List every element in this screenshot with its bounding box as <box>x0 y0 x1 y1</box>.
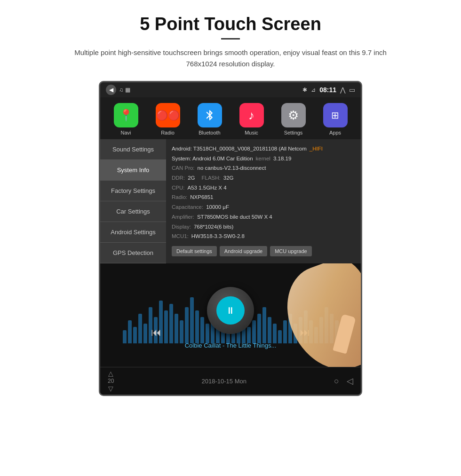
info-buttons: Default settings Android upgrade MCU upg… <box>172 246 355 256</box>
page-subtitle: Multiple point high-sensitive touchscree… <box>66 47 395 70</box>
app-radio[interactable]: 🔴🔴 Radio <box>151 103 184 135</box>
volume-control: △ 20 ▽ <box>108 370 114 392</box>
settings-label: Settings <box>284 130 303 135</box>
system-back-button[interactable]: ◁ <box>347 376 353 386</box>
ddr-label: DDR: <box>172 173 185 183</box>
navi-label: Navi <box>120 130 131 135</box>
apps-label: Apps <box>329 130 341 135</box>
back-button[interactable]: ◀ <box>106 85 116 95</box>
sidebar-item-gps-detection[interactable]: GPS Detection <box>100 243 166 263</box>
flash-value: 32G <box>223 173 234 183</box>
bluetooth-status-icon: ✱ <box>302 87 307 93</box>
device-frame: ◀ ♫ ▦ ✱ ⊿ 08:11 ⋀ ▭ 📍 Navi 🔴🔴 Radio <box>99 81 362 396</box>
status-bar: ◀ ♫ ▦ ✱ ⊿ 08:11 ⋀ ▭ <box>100 82 361 97</box>
main-content: Sound Settings System Info Factory Setti… <box>100 139 361 263</box>
amp-label: Amplifier: <box>172 212 194 222</box>
title-divider <box>221 38 240 40</box>
bottom-bar: △ 20 ▽ 2018-10-15 Mon ○ ◁ <box>100 367 361 395</box>
status-icons: ♫ ▦ <box>119 87 130 93</box>
bluetooth-label: Bluetooth <box>199 130 220 135</box>
volume-up-button[interactable]: △ <box>108 370 113 377</box>
status-expand-icon[interactable]: ⋀ <box>340 86 345 94</box>
can-value: no canbus-V2.13-disconnect <box>198 163 266 173</box>
prev-button[interactable]: ⏮ <box>151 326 161 339</box>
ddr-value: 2G <box>188 173 195 183</box>
sidebar-item-car-settings[interactable]: Car Settings <box>100 201 166 222</box>
music-label: Music <box>245 130 258 135</box>
image-status-icon: ▦ <box>125 87 130 93</box>
radio-label-info: Radio: <box>172 192 187 202</box>
cap-label: Capacitance: <box>172 202 203 212</box>
track-name: Colbie Caillat - The Little Things... <box>100 342 361 349</box>
cap-value: 10000 μF <box>206 202 229 212</box>
system-info: System: Android 6.0M Car Edition <box>172 154 253 164</box>
volume-down-button[interactable]: ▽ <box>108 385 113 392</box>
bluetooth-icon <box>198 103 222 127</box>
default-settings-button[interactable]: Default settings <box>172 246 217 256</box>
app-apps[interactable]: ⊞ Apps <box>319 103 352 135</box>
android-upgrade-button[interactable]: Android upgrade <box>220 246 267 256</box>
volume-number: 20 <box>108 378 114 384</box>
radio-label: Radio <box>161 130 175 135</box>
music-status-icon: ♫ <box>119 87 123 93</box>
pause-button[interactable]: ⏸ <box>216 296 245 325</box>
next-button[interactable]: ⏭ <box>300 326 310 339</box>
page-title: 5 Point Touch Screen <box>140 14 321 34</box>
radio-icon: 🔴🔴 <box>156 103 180 127</box>
system-info-panel: Android: T3518CH_00008_V008_20181108 (Al… <box>166 139 361 263</box>
kernel-label: kernel <box>256 154 270 164</box>
cpu-value: A53 1.5GHz X 4 <box>187 183 226 193</box>
navi-icon: 📍 <box>114 103 138 127</box>
status-bar-left: ◀ ♫ ▦ <box>106 85 130 95</box>
sidebar-item-system-info[interactable]: System Info <box>100 160 166 181</box>
play-circle[interactable]: ⏸ <box>207 287 254 334</box>
nav-buttons: ○ ◁ <box>334 376 353 386</box>
mcu-value: HW3518-3.3-SW0-2.8 <box>191 231 245 241</box>
display-value: 768*1024(6 bits) <box>194 222 233 232</box>
android-suffix: _HIFI <box>310 144 323 154</box>
status-bar-right: ✱ ⊿ 08:11 ⋀ ▭ <box>302 86 355 94</box>
radio-value: NXP6851 <box>190 192 213 202</box>
kernel-value: 3.18.19 <box>273 154 291 164</box>
date-display: 2018-10-15 Mon <box>202 378 246 385</box>
sidebar-item-factory-settings[interactable]: Factory Settings <box>100 181 166 201</box>
android-info: Android: T3518CH_00008_V008_20181108 (Al… <box>172 144 307 154</box>
flash-label: FLASH: <box>201 173 220 183</box>
apps-icon: ⊞ <box>323 103 348 127</box>
music-player: ⏮ ⏭ ⏸ Colbie Caillat - The Little Things… <box>100 263 361 367</box>
battery-icon: ▭ <box>349 86 355 94</box>
amp-value: ST7850MOS bile duct 50W X 4 <box>197 212 272 222</box>
app-navi[interactable]: 📍 Navi <box>110 103 143 135</box>
mcu-label: MCU1: <box>172 231 189 241</box>
signal-status-icon: ⊿ <box>311 87 316 93</box>
app-music[interactable]: ♪ Music <box>235 103 268 135</box>
home-button[interactable]: ○ <box>334 376 339 386</box>
app-bluetooth[interactable]: Bluetooth <box>193 103 226 135</box>
cpu-label: CPU: <box>172 183 184 193</box>
status-time: 08:11 <box>319 86 336 94</box>
app-grid: 📍 Navi 🔴🔴 Radio Bluetooth ♪ Music ⚙ Sett… <box>100 97 361 139</box>
music-icon: ♪ <box>239 103 264 127</box>
settings-icon: ⚙ <box>281 103 306 127</box>
sidebar-item-android-settings[interactable]: Android Settings <box>100 222 166 243</box>
sidebar: Sound Settings System Info Factory Setti… <box>100 139 166 263</box>
display-label: Display: <box>172 222 191 232</box>
mcu-upgrade-button[interactable]: MCU upgrade <box>270 246 311 256</box>
can-label: CAN Pro: <box>172 163 195 173</box>
app-settings[interactable]: ⚙ Settings <box>277 103 310 135</box>
sidebar-item-sound-settings[interactable]: Sound Settings <box>100 139 166 160</box>
